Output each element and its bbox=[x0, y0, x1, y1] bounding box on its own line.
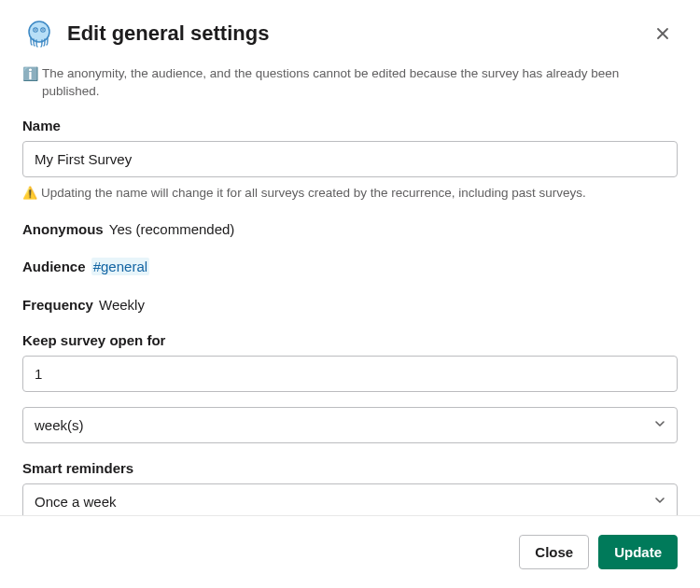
warning-icon: ⚠️ bbox=[22, 185, 37, 202]
smart-reminders-group: Smart reminders Once a week Smart remind… bbox=[22, 460, 678, 515]
anonymous-row: Anonymous Yes (recommended) bbox=[22, 219, 678, 241]
audience-label: Audience bbox=[22, 259, 86, 274]
modal-content: ℹ️ The anonymity, the audience, and the … bbox=[0, 60, 700, 515]
anonymous-label: Anonymous bbox=[22, 221, 104, 237]
name-warning: ⚠️ Updating the name will change it for … bbox=[22, 185, 678, 203]
svg-point-3 bbox=[35, 29, 36, 31]
update-button[interactable]: Update bbox=[598, 535, 678, 569]
audience-row: Audience #general bbox=[22, 257, 678, 278]
close-button[interactable]: Close bbox=[519, 535, 589, 569]
anonymous-value: Yes (recommended) bbox=[109, 221, 235, 237]
svg-point-0 bbox=[29, 21, 49, 42]
name-warning-text: Updating the name will change it for all… bbox=[41, 185, 586, 203]
close-x-button[interactable] bbox=[648, 19, 678, 49]
frequency-value: Weekly bbox=[99, 297, 145, 313]
frequency-label: Frequency bbox=[22, 297, 93, 313]
app-icon bbox=[22, 17, 56, 50]
modal-title: Edit general settings bbox=[67, 21, 648, 46]
smart-reminders-label: Smart reminders bbox=[22, 460, 678, 476]
keep-open-label: Keep survey open for bbox=[22, 332, 678, 348]
name-label: Name bbox=[22, 118, 678, 133]
modal-header: Edit general settings bbox=[0, 0, 700, 60]
audience-channel-tag: #general bbox=[91, 258, 149, 275]
keep-open-group: Keep survey open for week(s) bbox=[22, 332, 678, 443]
svg-point-4 bbox=[42, 29, 44, 31]
close-icon bbox=[654, 25, 671, 42]
info-text: The anonymity, the audience, and the que… bbox=[42, 65, 678, 101]
smart-reminders-select[interactable]: Once a week bbox=[22, 483, 678, 515]
info-icon: ℹ️ bbox=[22, 65, 38, 84]
info-banner: ℹ️ The anonymity, the audience, and the … bbox=[22, 65, 678, 101]
keep-open-unit-select[interactable]: week(s) bbox=[22, 407, 678, 443]
frequency-row: Frequency Weekly bbox=[22, 295, 678, 316]
keep-open-duration-input[interactable] bbox=[22, 356, 678, 392]
edit-settings-modal: Edit general settings ℹ️ The anonymity, … bbox=[0, 0, 700, 588]
name-input[interactable] bbox=[22, 141, 678, 177]
modal-footer: Close Update bbox=[0, 515, 700, 588]
